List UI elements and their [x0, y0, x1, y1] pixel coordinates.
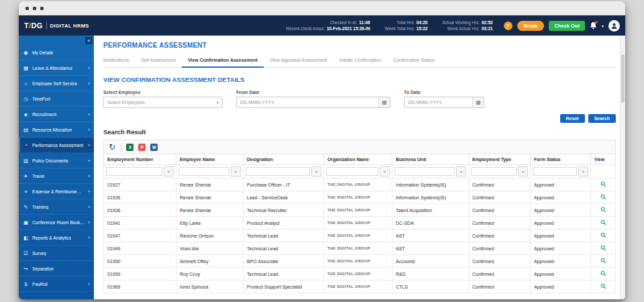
time-stats: Checked In at:11:46 Recent check-in/out:…: [286, 20, 493, 31]
tab-initiate-confirmation[interactable]: Initiate Confirmation: [333, 54, 387, 67]
view-magnifier-icon[interactable]: [591, 281, 616, 293]
filter-input-form-status[interactable]: [533, 167, 577, 176]
export-pdf-icon[interactable]: P: [138, 144, 146, 151]
sidebar-item-timeport[interactable]: ◷TimePort: [19, 91, 94, 107]
calendar-icon[interactable]: ▦: [378, 97, 390, 107]
tab-view-confirmation-assessment[interactable]: View Confirmation Assessment: [182, 54, 264, 68]
filter-input-employment-type[interactable]: [471, 167, 517, 176]
sidebar-item-employee-self-service[interactable]: ⌂Employee Self Service▾: [19, 76, 94, 91]
tab-notifications[interactable]: Notifications: [103, 54, 135, 67]
table-row: 01949Vram AteTechnical LeadTHE DIGITAL G…: [104, 242, 616, 255]
search-button[interactable]: Search: [588, 114, 616, 123]
sidebar-item-recruitment[interactable]: ◈Recruitment▾: [19, 107, 94, 122]
scrollbar-thumb[interactable]: [621, 54, 625, 103]
filter-input-employment-number[interactable]: [106, 167, 162, 176]
chevron-down-icon: ▾: [88, 66, 90, 70]
sidebar-item-leave-attendance[interactable]: ▦Leave & Attendance▾: [19, 60, 94, 76]
chevron-down-icon: ▾: [88, 143, 90, 147]
home-icon: ⌂: [23, 81, 29, 87]
chevron-down-icon: ▾: [88, 174, 90, 178]
view-magnifier-icon[interactable]: [591, 230, 616, 242]
filter-funnel-icon[interactable]: ▼: [311, 166, 321, 177]
sidebar-item-policy-documents[interactable]: ▥Policy Documents▾: [19, 153, 94, 168]
filter-funnel-icon[interactable]: ▼: [518, 166, 528, 177]
header-actions: ? Break Check Out ▾: [504, 20, 620, 32]
tab-self-assessment[interactable]: Self Assessment: [135, 54, 182, 67]
sidebar-item-conference-room-booking[interactable]: ▣Conference Room Booking▾: [19, 215, 94, 230]
window-control-dot[interactable]: [40, 7, 44, 10]
sidebar-item-payroll[interactable]: $PayRoll▾: [19, 276, 94, 292]
filter-funnel-icon[interactable]: ▼: [578, 166, 588, 177]
search-form: Select Employee Select Employees ▾ From …: [103, 90, 616, 108]
sidebar-item-resource-allocation[interactable]: ▤Resource Allocation▾: [19, 122, 94, 138]
actual-working-hrs-value: 02:52: [482, 20, 493, 25]
recent-checkinout-label: Recent check-in/out:: [286, 26, 325, 31]
sidebar-item-my-details[interactable]: ◉My Details: [19, 45, 94, 60]
table-row: 01969Ionel SpinozaProduct Support Specia…: [104, 281, 616, 293]
sidebar-item-training[interactable]: ✎Training▾: [19, 199, 94, 215]
filter-funnel-icon[interactable]: ▼: [456, 166, 466, 177]
refresh-icon[interactable]: ↻: [109, 143, 115, 151]
table-row: 01935Renee ShendeLead - ServiceDeskTHE D…: [104, 191, 616, 204]
vertical-scrollbar[interactable]: [620, 36, 625, 299]
window-control-dot[interactable]: [33, 7, 36, 10]
col-business-unit: Business Unit: [392, 154, 469, 165]
filter-input-designation[interactable]: [246, 167, 310, 176]
chevron-down-icon: ▾: [88, 81, 90, 85]
chevron-down-icon: ▾: [88, 205, 90, 209]
filter-input-employee-name[interactable]: [178, 167, 229, 176]
col-view: View: [591, 154, 616, 165]
from-date-input[interactable]: [237, 97, 378, 107]
window-chrome: [19, 1, 625, 15]
sidebar-collapse-button[interactable]: «: [85, 37, 93, 44]
sidebar-item-reports-analytics[interactable]: ◧Reports & Analytics▾: [19, 230, 94, 246]
window-control-dot[interactable]: [25, 7, 29, 10]
check-out-button[interactable]: Check Out: [549, 21, 585, 31]
user-avatar[interactable]: [608, 20, 620, 32]
sidebar-item-expense-reimbursement[interactable]: ¤Expense & Reimbursement▾: [19, 184, 94, 199]
calendar-icon[interactable]: ▦: [472, 97, 484, 107]
view-magnifier-icon[interactable]: [591, 204, 616, 217]
notifications-bell-icon[interactable]: [590, 21, 597, 30]
select-employee-dropdown[interactable]: Select Employees ▾: [103, 97, 223, 108]
export-excel-icon[interactable]: X: [126, 144, 133, 151]
filter-funnel-icon[interactable]: ▼: [164, 166, 174, 177]
view-magnifier-icon[interactable]: [591, 255, 616, 268]
filter-input-business-unit[interactable]: [394, 167, 455, 176]
break-button[interactable]: Break: [517, 21, 545, 31]
app-name: DIGITAL HRMS: [50, 23, 89, 29]
export-word-icon[interactable]: W: [150, 144, 158, 151]
view-magnifier-icon[interactable]: [591, 217, 616, 230]
clock-icon: ◷: [23, 96, 29, 102]
tdg-logo: T/DG: [24, 21, 43, 30]
app-window: T/DG DIGITAL HRMS Checked In at:11:46 Re…: [19, 1, 625, 299]
table-row: 01936Renee ShendeTechnical RecruiterTHE …: [104, 204, 616, 217]
help-icon[interactable]: ?: [504, 21, 513, 30]
checked-in-value: 11:46: [359, 20, 370, 25]
calendar-icon: ▦: [23, 65, 29, 71]
to-date-input[interactable]: [405, 97, 472, 107]
allocation-icon: ▤: [23, 127, 29, 133]
results-table: Employment Number Employee Name Designat…: [103, 154, 616, 293]
view-magnifier-icon[interactable]: [591, 179, 616, 191]
sidebar-item-survey[interactable]: ☑Survey: [19, 246, 94, 261]
filter-funnel-icon[interactable]: ▼: [231, 166, 241, 177]
desktop-background: T/DG DIGITAL HRMS Checked In at:11:46 Re…: [0, 0, 644, 302]
to-date-field: ▦: [404, 97, 484, 108]
sidebar-item-performance-assessment[interactable]: ◔Performance Assessment▾: [19, 138, 94, 153]
tab-confirmation-status[interactable]: Confirmation Status: [387, 54, 440, 67]
chevron-down-icon: ▾: [88, 128, 90, 132]
sidebar-item-separation[interactable]: ↪Separation: [19, 261, 94, 276]
view-magnifier-icon[interactable]: [591, 268, 616, 281]
separation-icon: ↪: [23, 266, 29, 272]
profile-caret-icon[interactable]: ▾: [602, 23, 604, 28]
filter-input-organization-name[interactable]: [326, 167, 378, 176]
view-magnifier-icon[interactable]: [591, 242, 616, 255]
tab-view-appraisal-assessment[interactable]: View Appraisal Assessment: [264, 54, 333, 67]
sidebar-item-travel[interactable]: ✈Travel▾: [19, 168, 94, 184]
view-magnifier-icon[interactable]: [591, 191, 616, 204]
reset-button[interactable]: Reset: [560, 114, 585, 123]
col-employment-number: Employment Number: [104, 154, 176, 165]
chevron-down-icon: ▾: [217, 100, 219, 105]
filter-funnel-icon[interactable]: ▼: [380, 166, 390, 177]
